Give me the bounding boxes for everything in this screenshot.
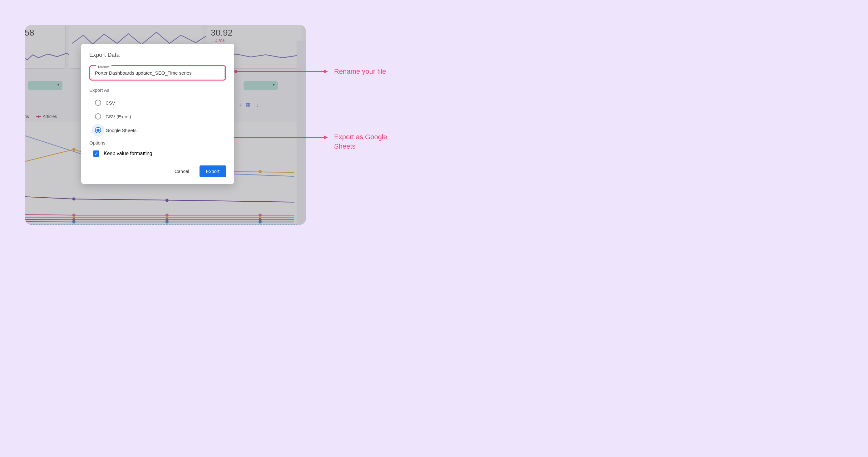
filter-chip[interactable]: [244, 81, 278, 90]
export-button[interactable]: Export: [199, 165, 226, 177]
export-as-group: CSV CSV (Excel) Google Sheets: [89, 96, 226, 137]
svg-point-1: [72, 148, 75, 151]
checkbox-icon: ✓: [93, 151, 99, 157]
name-field-highlight: Name* Porter Dashboards updated_SEO_Time…: [89, 65, 226, 80]
radio-icon: [95, 127, 101, 133]
sort-icon[interactable]: ↓: [239, 102, 241, 108]
legend-item: Articles: [36, 114, 57, 119]
options-label: Options: [89, 140, 226, 145]
svg-point-12: [165, 220, 168, 224]
filter-chip[interactable]: [28, 81, 62, 90]
annotation-export-gs: Export as Google Sheets: [334, 132, 409, 151]
metric-delta: .2%: [25, 38, 61, 43]
legend-item: —: [64, 114, 68, 119]
keep-formatting-checkbox[interactable]: ✓ Keep value formatting: [89, 149, 226, 159]
radio-icon: [95, 100, 101, 106]
metric-value: 30.92: [211, 28, 298, 38]
legend-marker-icon: [36, 116, 41, 117]
radio-csv-excel[interactable]: CSV (Excel): [93, 109, 226, 123]
legend-item: isons: [25, 114, 29, 119]
export-as-label: Export As: [89, 88, 226, 93]
dialog-title: Export Data: [89, 52, 226, 58]
metric-delta: ↓ -4.8%: [211, 38, 298, 43]
metric-value: ,058: [25, 28, 61, 38]
arrow-right-icon: [324, 70, 328, 73]
radio-google-sheets[interactable]: Google Sheets: [93, 123, 226, 137]
chart-icon[interactable]: ▦: [246, 102, 250, 108]
radio-icon: [95, 113, 101, 120]
dialog-buttons: Cancel Export: [89, 165, 226, 177]
svg-point-3: [72, 198, 75, 201]
radio-csv[interactable]: CSV: [93, 96, 226, 109]
chart-legend: isons Articles —: [25, 114, 68, 119]
annotation-rename: Rename your file: [334, 67, 386, 76]
annotation-line: [237, 71, 325, 72]
chart-toolbar: ↓ ▦ ⋮: [239, 102, 260, 108]
metric-card: ,058 .2%: [25, 25, 66, 69]
name-input-label: Name*: [96, 65, 112, 69]
export-data-dialog: Export Data Name* Porter Dashboards upda…: [81, 44, 234, 184]
svg-point-16: [258, 220, 262, 224]
name-input[interactable]: Name* Porter Dashboards updated_SEO_Time…: [91, 67, 224, 79]
menu-icon[interactable]: ⋮: [255, 102, 260, 108]
svg-point-8: [72, 220, 75, 224]
svg-point-4: [165, 199, 168, 202]
arrow-right-icon: [324, 135, 328, 139]
screenshot-panel: ,058 .2% 30.92 ↓ -4.8% ↓ ▦: [25, 25, 306, 225]
cancel-button[interactable]: Cancel: [168, 165, 196, 177]
svg-point-2: [258, 170, 262, 173]
side-panel: [297, 40, 306, 225]
name-input-value: Porter Dashboards updated_SEO_Time serie…: [95, 70, 192, 75]
sparkline: [25, 46, 72, 65]
